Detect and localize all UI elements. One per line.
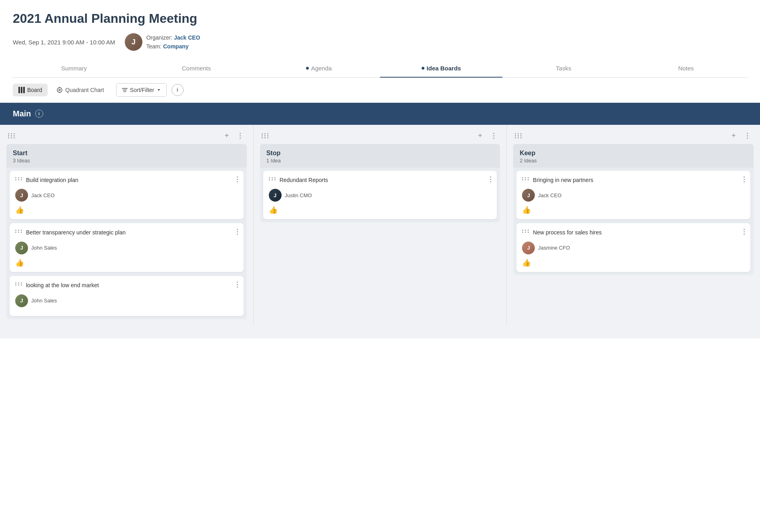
board-icon <box>18 87 25 93</box>
sort-filter-label: Sort/Filter <box>130 87 154 93</box>
card-top: Build integration plan <box>15 176 238 184</box>
card-menu-button[interactable] <box>744 229 745 235</box>
meeting-meta: Wed, Sep 1, 2021 9:00 AM - 10:00 AM J Or… <box>13 33 747 51</box>
start-drag-handle[interactable] <box>8 133 16 138</box>
card-user: J Jack CEO <box>15 189 238 202</box>
keep-column-header: Keep 2 Ideas <box>513 144 754 168</box>
start-cards-container: Build integration plan J Jack CEO 👍 <box>6 168 247 319</box>
svg-point-3 <box>57 88 62 92</box>
card-menu-button[interactable] <box>237 229 238 235</box>
tab-idea-boards-label: Idea Boards <box>427 65 461 72</box>
column-start: + Start 3 Ideas <box>0 125 254 326</box>
user-avatar: J <box>15 242 28 254</box>
card-user-name: Justin CMO <box>285 192 312 198</box>
card-title: New process for sales hires <box>533 229 740 237</box>
card-drag-handle[interactable] <box>15 177 23 180</box>
tab-summary[interactable]: Summary <box>13 59 135 77</box>
column-stop: + Stop 1 Idea <box>254 125 507 326</box>
card-menu-button[interactable] <box>744 176 745 182</box>
tab-idea-boards[interactable]: Idea Boards <box>380 59 502 77</box>
header: 2021 Annual Planning Meeting Wed, Sep 1,… <box>0 0 760 78</box>
stop-cards-container: Redundant Reports J Justin CMO 👍 <box>260 168 500 223</box>
card-user: J John Sales <box>15 294 238 307</box>
card-top: looking at the low end market <box>15 282 238 290</box>
card-top: Bringing in new partners <box>522 176 745 184</box>
card-title: Redundant Reports <box>280 176 487 184</box>
board-label: Board <box>27 87 42 93</box>
sort-filter-button[interactable]: Sort/Filter <box>116 83 167 97</box>
svg-rect-0 <box>18 87 20 93</box>
like-button[interactable]: 👍 <box>522 206 745 214</box>
like-button[interactable]: 👍 <box>15 258 238 267</box>
card-title: looking at the low end market <box>26 282 234 290</box>
card-user-name: Jack CEO <box>538 192 562 198</box>
info-button[interactable]: i <box>172 84 184 96</box>
tab-tasks[interactable]: Tasks <box>502 59 625 77</box>
toolbar: Board Quadrant Chart Sort/Filter i <box>0 78 760 103</box>
start-column-header: Start 3 Ideas <box>6 144 247 168</box>
keep-column-controls: + <box>513 131 754 141</box>
keep-add-button[interactable]: + <box>729 131 738 141</box>
tab-agenda-label: Agenda <box>311 65 332 72</box>
page-title: 2021 Annual Planning Meeting <box>13 11 747 26</box>
start-menu-button[interactable] <box>236 131 245 141</box>
quadrant-chart-label: Quadrant Chart <box>65 87 104 93</box>
stop-drag-handle[interactable] <box>262 133 269 138</box>
stop-column-controls: + <box>260 131 500 141</box>
keep-column-count: 2 Ideas <box>520 158 747 164</box>
tab-comments[interactable]: Comments <box>135 59 258 77</box>
svg-rect-2 <box>23 87 25 93</box>
card-menu-button[interactable] <box>237 176 238 182</box>
board-button[interactable]: Board <box>13 84 48 96</box>
user-avatar: J <box>15 189 28 202</box>
stop-add-button[interactable]: + <box>475 131 485 141</box>
like-button[interactable]: 👍 <box>269 206 492 214</box>
like-button[interactable]: 👍 <box>522 258 745 267</box>
start-add-button[interactable]: + <box>222 131 232 141</box>
card-redundant-reports: Redundant Reports J Justin CMO 👍 <box>263 171 497 220</box>
svg-point-4 <box>59 89 60 91</box>
keep-column-title: Keep <box>520 150 747 157</box>
start-column-controls: + <box>6 131 247 141</box>
card-top: Redundant Reports <box>269 176 492 184</box>
tab-agenda[interactable]: Agenda <box>258 59 380 77</box>
card-title: Build integration plan <box>26 176 234 184</box>
user-avatar: J <box>15 294 28 307</box>
avatar: J <box>125 33 142 51</box>
card-drag-handle[interactable] <box>15 282 23 286</box>
card-user: J Jack CEO <box>522 189 745 202</box>
user-avatar: J <box>269 189 282 202</box>
keep-drag-handle[interactable] <box>515 133 522 138</box>
agenda-dot <box>306 67 309 70</box>
card-low-end-market: looking at the low end market J John Sal… <box>10 276 244 316</box>
card-drag-handle[interactable] <box>15 230 23 233</box>
card-top: New process for sales hires <box>522 229 745 237</box>
card-drag-handle[interactable] <box>269 177 276 180</box>
stop-column-header: Stop 1 Idea <box>260 144 500 168</box>
tab-comments-label: Comments <box>182 65 211 72</box>
board-info-button[interactable]: i <box>35 110 43 118</box>
meeting-date: Wed, Sep 1, 2021 9:00 AM - 10:00 AM <box>13 39 115 46</box>
card-drag-handle[interactable] <box>522 230 530 233</box>
card-new-partners: Bringing in new partners J Jack CEO 👍 <box>516 171 750 220</box>
tab-notes[interactable]: Notes <box>625 59 747 77</box>
board-section: Main i + <box>0 103 760 338</box>
like-button[interactable]: 👍 <box>15 206 238 214</box>
idea-boards-dot <box>422 67 424 70</box>
card-drag-handle[interactable] <box>522 177 530 180</box>
card-sales-hires: New process for sales hires J Jasmine CF… <box>516 223 750 272</box>
keep-menu-button[interactable] <box>742 131 752 141</box>
page-container: 2021 Annual Planning Meeting Wed, Sep 1,… <box>0 0 760 532</box>
chevron-down-icon <box>157 88 161 92</box>
nav-tabs: Summary Comments Agenda Idea Boards Task… <box>13 59 747 78</box>
quadrant-chart-button[interactable]: Quadrant Chart <box>51 84 110 96</box>
start-column-title: Start <box>13 150 240 157</box>
info-label: i <box>177 87 178 93</box>
board-header: Main i <box>0 103 760 125</box>
card-menu-button[interactable] <box>490 176 491 182</box>
tab-tasks-label: Tasks <box>556 65 571 72</box>
keep-column-actions: + <box>729 131 752 141</box>
card-menu-button[interactable] <box>237 282 238 288</box>
card-title: Better transparency under strategic plan <box>26 229 234 237</box>
stop-menu-button[interactable] <box>489 131 498 141</box>
